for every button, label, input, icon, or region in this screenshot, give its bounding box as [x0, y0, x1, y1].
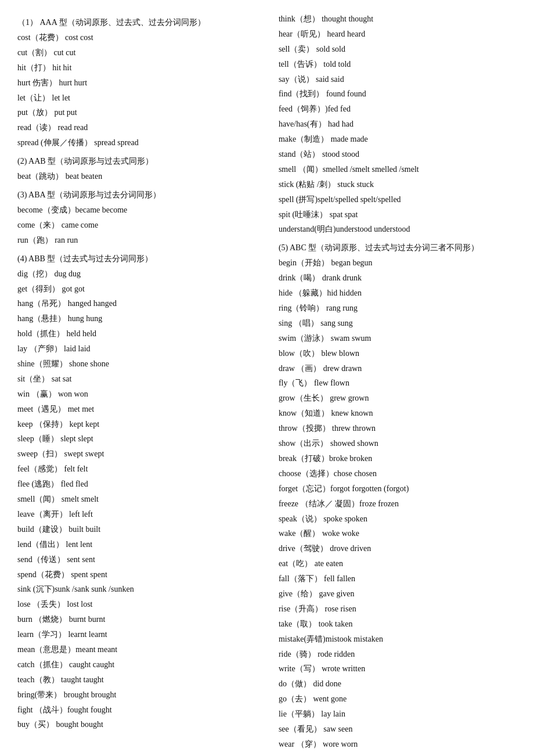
verb-row: spell (拼写)spelt/spelled spelt/spelled: [279, 192, 517, 207]
verb-row: show（出示） showed shown: [279, 436, 517, 451]
verb-row: find（找到） found found: [279, 87, 517, 102]
verb-row: cut（割） cut cut: [17, 45, 261, 60]
verb-row: have/has(有） had had: [279, 117, 517, 132]
verb-row: fly（飞） flew flown: [279, 376, 517, 391]
verb-row: shine（照耀） shone shone: [17, 357, 261, 372]
verb-row: feel（感觉） felt felt: [17, 462, 261, 477]
verb-row: hide （躲藏）hid hidden: [279, 286, 517, 301]
verb-row: see（看见） saw seen: [279, 722, 517, 737]
verb-row: dig（挖） dug dug: [17, 267, 261, 282]
verb-row: spit (吐唾沫） spat spat: [279, 207, 517, 222]
verb-row: spend（花费） spent spent: [17, 567, 261, 582]
verb-row: catch（抓住） caught caught: [17, 657, 261, 672]
verb-row: fight （战斗）fought fought: [17, 703, 261, 718]
verb-row: drive（驾驶） drove driven: [279, 541, 517, 556]
verb-row: let（让） let let: [17, 91, 261, 106]
verb-row: meet（遇见） met met: [17, 402, 261, 417]
verb-row: sit（坐） sat sat: [17, 372, 261, 387]
verb-row: leave（离开） left left: [17, 507, 261, 522]
verb-row: know（知道） knew known: [279, 406, 517, 421]
left-section-3-title: (4) ABB 型（过去式与过去分词同形）: [17, 254, 261, 264]
verb-row: beat（跳动） beat beaten: [17, 169, 261, 184]
verb-row: come（来） came come: [17, 218, 261, 233]
verb-row: think（想） thought thought: [279, 12, 517, 27]
verb-row: draw （画） drew drawn: [279, 361, 517, 376]
verb-row: sink (沉下)sunk /sank sunk /sunken: [17, 582, 261, 597]
verb-row: stick (粘贴 /刺） stuck stuck: [279, 177, 517, 192]
verb-row: freeze （结冰／ 凝固）froze frozen: [279, 496, 517, 512]
verb-row: lose （丢失） lost lost: [17, 597, 261, 612]
left-section-0-title: （1） AAA 型（动词原形、过去式、过去分词同形）: [17, 17, 261, 28]
verb-row: choose（选择）chose chosen: [279, 466, 517, 481]
verb-row: become（变成）became become: [17, 203, 261, 218]
verb-row: hear（听见） heard heard: [279, 27, 517, 42]
verb-row: burn （燃烧） burnt burnt: [17, 612, 261, 627]
verb-row: teach（教） taught taught: [17, 672, 261, 687]
left-section-3: (4) ABB 型（过去式与过去分词同形）dig（挖） dug dugget（得…: [17, 254, 261, 733]
verb-row: hurt 伤害） hurt hurt: [17, 75, 261, 91]
right-section-1-title: (5) ABC 型（动词原形、过去式与过去分词三者不同形）: [279, 243, 517, 253]
verb-row: buy（买） bought bought: [17, 717, 261, 732]
verb-row: speak（说） spoke spoken: [279, 512, 517, 527]
verb-row: flee (逃跑） fled fled: [17, 477, 261, 492]
verb-row: feed（饲养）)fed fed: [279, 102, 517, 117]
verb-row: cost（花费） cost cost: [17, 30, 261, 45]
verb-row: understand(明白)understood understood: [279, 222, 517, 237]
verb-row: hold（抓住） held held: [17, 326, 261, 341]
verb-row: go（去） went gone: [279, 692, 517, 707]
verb-row: hang（悬挂） hung hung: [17, 311, 261, 326]
verb-row: swim（游泳） swam swum: [279, 331, 517, 346]
verb-row: drink（喝） drank drunk: [279, 271, 517, 286]
left-section-2-title: (3) ABA 型（动词原形与过去分词同形）: [17, 190, 261, 200]
verb-row: throw（投掷） threw thrown: [279, 421, 517, 436]
verb-row: sleep（睡） slept slept: [17, 431, 261, 447]
verb-row: hit（打） hit hit: [17, 60, 261, 75]
verb-row: mistake(弄错)mistook mistaken: [279, 632, 517, 647]
verb-row: build（建设） built built: [17, 522, 261, 537]
verb-row: wear （穿） wore worn: [279, 737, 517, 752]
right-section-0: think（想） thought thoughthear（听见） heard h…: [279, 12, 517, 237]
left-section-2: (3) ABA 型（动词原形与过去分词同形）become（变成）became b…: [17, 190, 261, 248]
verb-row: mean（意思是）meant meant: [17, 642, 261, 657]
right-section-1: (5) ABC 型（动词原形、过去式与过去分词三者不同形）begin（开始） b…: [279, 243, 517, 751]
verb-row: lie（平躺） lay lain: [279, 707, 517, 722]
verb-row: keep （保持） kept kept: [17, 417, 261, 432]
verb-row: give（给） gave given: [279, 586, 517, 602]
verb-row: sweep（扫） swept swept: [17, 447, 261, 462]
left-column: （1） AAA 型（动词原形、过去式、过去分词同形）cost（花费） cost …: [17, 12, 267, 752]
verb-row: get（得到） got got: [17, 282, 261, 297]
verb-row: put（放） put put: [17, 105, 261, 120]
right-column: think（想） thought thoughthear（听见） heard h…: [267, 12, 517, 752]
verb-row: send（传送） sent sent: [17, 552, 261, 567]
verb-row: wake（醒） woke woke: [279, 526, 517, 541]
verb-row: tell（告诉） told told: [279, 57, 517, 72]
verb-row: ride（骑） rode ridden: [279, 647, 517, 662]
verb-row: eat（吃） ate eaten: [279, 556, 517, 571]
verb-row: blow（吹） blew blown: [279, 346, 517, 361]
verb-row: sell（卖） sold sold: [279, 42, 517, 57]
verb-row: break（打破）broke broken: [279, 451, 517, 466]
verb-row: run（跑） ran run: [17, 233, 261, 248]
verb-row: write（写） wrote written: [279, 661, 517, 676]
verb-row: make（制造） made made: [279, 132, 517, 147]
verb-row: bring(带来） brought brought: [17, 687, 261, 703]
verb-row: stand（站） stood stood: [279, 147, 517, 162]
verb-row: lay （产卵） laid laid: [17, 341, 261, 357]
verb-row: begin（开始） began begun: [279, 255, 517, 271]
left-section-1-title: (2) AAB 型（动词原形与过去式同形）: [17, 156, 261, 167]
verb-row: grow（生长） grew grown: [279, 391, 517, 406]
verb-row: smell （闻）smelled /smelt smelled /smelt: [279, 162, 517, 177]
verb-row: take（取） took taken: [279, 617, 517, 632]
verb-row: say（说） said said: [279, 72, 517, 87]
verb-row: do（做） did done: [279, 676, 517, 692]
verb-row: hang（吊死） hanged hanged: [17, 296, 261, 311]
verb-row: read（读） read read: [17, 120, 261, 135]
verb-row: fall（落下） fell fallen: [279, 571, 517, 586]
verb-row: win （赢） won won: [17, 387, 261, 402]
verb-row: sing （唱） sang sung: [279, 316, 517, 331]
verb-row: spread (伸展／传播） spread spread: [17, 135, 261, 150]
left-section-1: (2) AAB 型（动词原形与过去式同形）beat（跳动） beat beate…: [17, 156, 261, 184]
verb-row: smell（闻） smelt smelt: [17, 492, 261, 507]
verb-row: rise（升高） rose risen: [279, 602, 517, 617]
verb-row: learn（学习） learnt learnt: [17, 627, 261, 642]
